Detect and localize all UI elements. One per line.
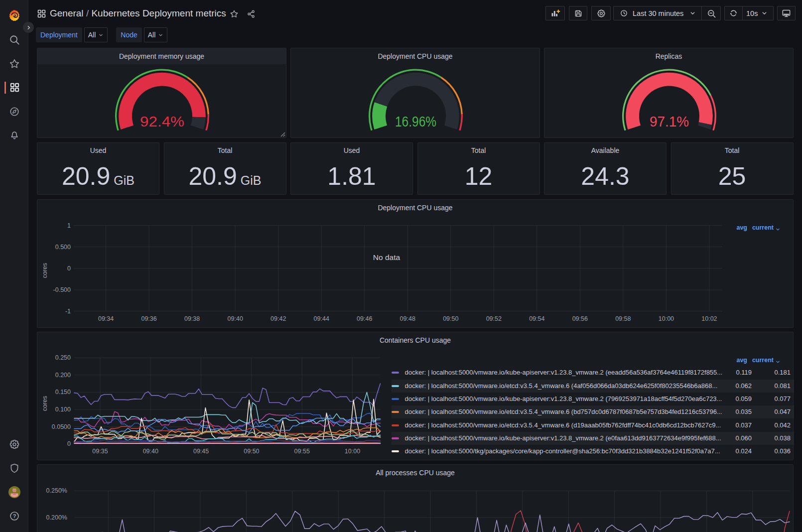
svg-text:?: ? <box>13 513 16 519</box>
svg-text:16.96%: 16.96% <box>395 114 436 130</box>
svg-text:97.1%: 97.1% <box>650 114 689 130</box>
svg-text:92.4%: 92.4% <box>140 114 184 130</box>
